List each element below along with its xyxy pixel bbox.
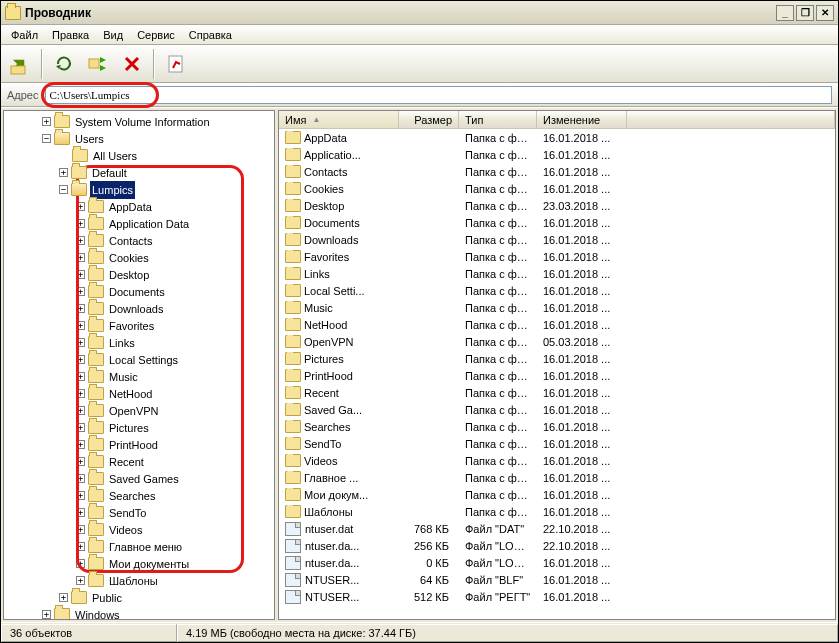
tree-child-0[interactable]: +AppData xyxy=(4,198,274,215)
tree-child-8[interactable]: +Links xyxy=(4,334,274,351)
close-button[interactable]: ✕ xyxy=(816,5,834,21)
tree-child-4[interactable]: +Desktop xyxy=(4,266,274,283)
list-item[interactable]: PicturesПапка с фа...16.01.2018 ... xyxy=(279,350,835,367)
tree-child-20[interactable]: +Главное меню xyxy=(4,538,274,555)
expand-icon[interactable]: + xyxy=(76,202,85,211)
tree-child-5[interactable]: +Documents xyxy=(4,283,274,300)
list-item[interactable]: ContactsПапка с фа...16.01.2018 ... xyxy=(279,163,835,180)
up-button[interactable] xyxy=(5,49,35,79)
expand-icon[interactable]: + xyxy=(76,270,85,279)
tree-child-19[interactable]: +Videos xyxy=(4,521,274,538)
tree-child-18[interactable]: +SendTo xyxy=(4,504,274,521)
expand-icon[interactable]: + xyxy=(76,321,85,330)
expand-icon[interactable]: + xyxy=(76,474,85,483)
menu-help[interactable]: Справка xyxy=(183,27,238,43)
expand-icon[interactable]: + xyxy=(76,219,85,228)
list-item[interactable]: ШаблоныПапка с фа...16.01.2018 ... xyxy=(279,503,835,520)
col-size[interactable]: Размер xyxy=(399,111,459,128)
tree-child-11[interactable]: +NetHood xyxy=(4,385,274,402)
tree-svi[interactable]: +System Volume Information xyxy=(4,113,274,130)
tree-lumpics[interactable]: −Lumpics xyxy=(4,181,274,198)
tree-allusers[interactable]: All Users xyxy=(4,147,274,164)
list-item[interactable]: ntuser.dat768 КБФайл "DAT"22.10.2018 ... xyxy=(279,520,835,537)
expand-icon[interactable]: + xyxy=(76,440,85,449)
list-item[interactable]: ntuser.da...256 КБФайл "LOG1"22.10.2018 … xyxy=(279,537,835,554)
list-item[interactable]: DocumentsПапка с фа...16.01.2018 ... xyxy=(279,214,835,231)
list-item[interactable]: ntuser.da...0 КБФайл "LOG2"16.01.2018 ..… xyxy=(279,554,835,571)
expand-icon[interactable]: + xyxy=(76,372,85,381)
list-item[interactable]: OpenVPNПапка с фа...05.03.2018 ... xyxy=(279,333,835,350)
list-item[interactable]: MusicПапка с фа...16.01.2018 ... xyxy=(279,299,835,316)
expand-icon[interactable]: + xyxy=(76,253,85,262)
menu-edit[interactable]: Правка xyxy=(46,27,95,43)
list-item[interactable]: SearchesПапка с фа...16.01.2018 ... xyxy=(279,418,835,435)
tree-child-13[interactable]: +Pictures xyxy=(4,419,274,436)
expand-icon[interactable]: + xyxy=(76,457,85,466)
collapse-icon[interactable]: − xyxy=(59,185,68,194)
tree-child-12[interactable]: +OpenVPN xyxy=(4,402,274,419)
list-item[interactable]: PrintHoodПапка с фа...16.01.2018 ... xyxy=(279,367,835,384)
tree-public[interactable]: +Public xyxy=(4,589,274,606)
tree-child-22[interactable]: +Шаблоны xyxy=(4,572,274,589)
tree-child-21[interactable]: +Мои документы xyxy=(4,555,274,572)
col-modified[interactable]: Изменение xyxy=(537,111,627,128)
list-item[interactable]: Local Setti...Папка с фа...16.01.2018 ..… xyxy=(279,282,835,299)
expand-icon[interactable]: + xyxy=(76,406,85,415)
list-item[interactable]: Мои докум...Папка с фа...16.01.2018 ... xyxy=(279,486,835,503)
list-item[interactable]: NTUSER...64 КБФайл "BLF"16.01.2018 ... xyxy=(279,571,835,588)
expand-icon[interactable]: + xyxy=(76,287,85,296)
list-item[interactable]: AppDataПапка с фа...16.01.2018 ... xyxy=(279,129,835,146)
collapse-icon[interactable]: − xyxy=(42,134,51,143)
file-list[interactable]: AppDataПапка с фа...16.01.2018 ...Applic… xyxy=(279,129,835,619)
expand-icon[interactable]: + xyxy=(76,355,85,364)
expand-icon[interactable]: + xyxy=(76,236,85,245)
tree-child-1[interactable]: +Application Data xyxy=(4,215,274,232)
expand-icon[interactable]: + xyxy=(76,525,85,534)
col-type[interactable]: Тип xyxy=(459,111,537,128)
list-item[interactable]: DownloadsПапка с фа...16.01.2018 ... xyxy=(279,231,835,248)
maximize-button[interactable]: ❐ xyxy=(796,5,814,21)
expand-icon[interactable]: + xyxy=(42,610,51,619)
expand-icon[interactable]: + xyxy=(76,576,85,585)
tree-child-9[interactable]: +Local Settings xyxy=(4,351,274,368)
minimize-button[interactable]: _ xyxy=(776,5,794,21)
list-item[interactable]: LinksПапка с фа...16.01.2018 ... xyxy=(279,265,835,282)
list-item[interactable]: Главное ...Папка с фа...16.01.2018 ... xyxy=(279,469,835,486)
expand-icon[interactable]: + xyxy=(76,559,85,568)
list-item[interactable]: Saved Ga...Папка с фа...16.01.2018 ... xyxy=(279,401,835,418)
col-name[interactable]: Имя▲ xyxy=(279,111,399,128)
list-item[interactable]: FavoritesПапка с фа...16.01.2018 ... xyxy=(279,248,835,265)
menu-view[interactable]: Вид xyxy=(97,27,129,43)
copy-button[interactable] xyxy=(83,49,113,79)
list-item[interactable]: NetHoodПапка с фа...16.01.2018 ... xyxy=(279,316,835,333)
tree-child-7[interactable]: +Favorites xyxy=(4,317,274,334)
menu-tools[interactable]: Сервис xyxy=(131,27,181,43)
expand-icon[interactable]: + xyxy=(76,542,85,551)
list-item[interactable]: NTUSER...512 КБФайл "РЕГТ"16.01.2018 ... xyxy=(279,588,835,605)
list-item[interactable]: VideosПапка с фа...16.01.2018 ... xyxy=(279,452,835,469)
expand-icon[interactable]: + xyxy=(76,423,85,432)
tree-default[interactable]: +Default xyxy=(4,164,274,181)
tree-child-16[interactable]: +Saved Games xyxy=(4,470,274,487)
folder-tree-pane[interactable]: +System Volume Information−UsersAll User… xyxy=(3,110,275,620)
expand-icon[interactable]: + xyxy=(59,593,68,602)
expand-icon[interactable]: + xyxy=(76,491,85,500)
refresh-button[interactable] xyxy=(49,49,79,79)
tree-child-2[interactable]: +Contacts xyxy=(4,232,274,249)
expand-icon[interactable]: + xyxy=(42,117,51,126)
expand-icon[interactable]: + xyxy=(76,304,85,313)
list-item[interactable]: DesktopПапка с фа...23.03.2018 ... xyxy=(279,197,835,214)
tree-users[interactable]: −Users xyxy=(4,130,274,147)
list-item[interactable]: Applicatio...Папка с фа...16.01.2018 ... xyxy=(279,146,835,163)
expand-icon[interactable]: + xyxy=(76,508,85,517)
tree-child-15[interactable]: +Recent xyxy=(4,453,274,470)
tree-child-10[interactable]: +Music xyxy=(4,368,274,385)
titlebar[interactable]: Проводник _ ❐ ✕ xyxy=(1,1,838,25)
tree-child-6[interactable]: +Downloads xyxy=(4,300,274,317)
list-item[interactable]: CookiesПапка с фа...16.01.2018 ... xyxy=(279,180,835,197)
delete-button[interactable] xyxy=(117,49,147,79)
address-input[interactable] xyxy=(45,86,833,104)
list-item[interactable]: SendToПапка с фа...16.01.2018 ... xyxy=(279,435,835,452)
expand-icon[interactable]: + xyxy=(76,389,85,398)
list-item[interactable]: RecentПапка с фа...16.01.2018 ... xyxy=(279,384,835,401)
